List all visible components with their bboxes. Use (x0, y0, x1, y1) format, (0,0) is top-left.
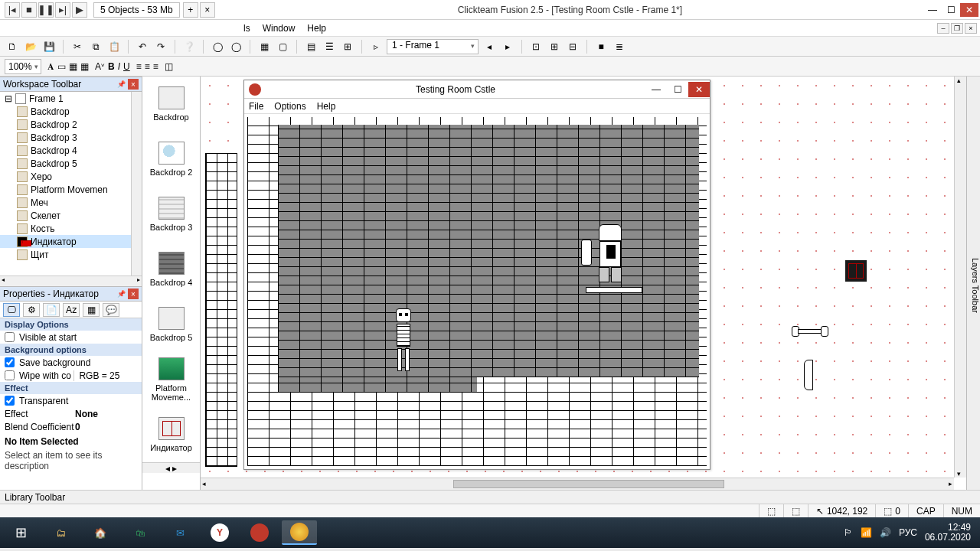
tree-item[interactable]: Platform Movemen (0, 183, 142, 196)
backdrop-side-bricks[interactable] (205, 153, 237, 467)
wipe-checkbox[interactable] (5, 370, 15, 380)
tree-item[interactable]: Xepo (0, 170, 142, 183)
grid-tool-2[interactable]: ⊞ (547, 39, 562, 54)
new-tab-button[interactable]: + (183, 2, 198, 18)
undo-button[interactable]: ↶ (135, 39, 150, 54)
taskbar-explorer[interactable]: 🗂 (43, 520, 78, 545)
tree-item[interactable]: Backdrop (0, 105, 142, 118)
save-button[interactable]: 💾 (41, 39, 57, 54)
prop-save-background[interactable]: Save background (0, 356, 142, 369)
savebg-checkbox[interactable] (5, 357, 15, 367)
taskbar-store[interactable]: 🛍 (122, 520, 158, 545)
tree-root[interactable]: ⊟Frame 1 (0, 92, 142, 105)
zoom-selector[interactable]: 100% (5, 59, 41, 74)
tree-item[interactable]: Индикатор (0, 235, 142, 248)
cut-button[interactable]: ✂ (70, 39, 85, 54)
platform-upper[interactable] (586, 287, 642, 293)
prop-visible-at-start[interactable]: Visible at start (0, 331, 142, 344)
tree-item[interactable]: Backdrop 4 (0, 144, 142, 157)
tree-item[interactable]: Backdrop 5 (0, 157, 142, 170)
object-item[interactable]: Backdrop 5 (142, 297, 200, 352)
sprite-skeleton[interactable] (393, 308, 414, 377)
tray-volume-icon[interactable]: 🔊 (880, 527, 891, 538)
tray-clock[interactable]: 12:49 06.07.2020 (925, 523, 971, 543)
game-menu-file[interactable]: File (249, 101, 263, 112)
align-right-button[interactable]: ≡ (153, 61, 158, 72)
game-close-button[interactable]: ✕ (688, 82, 710, 97)
minimize-button[interactable]: — (923, 3, 942, 17)
workspace-close-button[interactable]: × (128, 79, 139, 90)
menu-help[interactable]: Help (301, 21, 332, 35)
objects-tab[interactable]: 5 Objects - 53 Mb (93, 2, 180, 18)
sprite-shield-loose[interactable] (804, 360, 813, 390)
event-list-button[interactable]: ☰ (322, 39, 337, 54)
play-button[interactable]: ▶ (72, 2, 87, 18)
stop-button[interactable]: ■ (21, 2, 37, 18)
canvas-scrollbar-h[interactable] (201, 478, 954, 490)
new-button[interactable]: 🗋 (5, 39, 20, 54)
taskbar-fusion[interactable] (282, 520, 317, 545)
tree-item[interactable]: Backdrop 2 (0, 118, 142, 131)
objstrip-scrollbar[interactable]: ◂ ▸ (142, 462, 200, 473)
start-button[interactable]: ⊞ (3, 520, 38, 545)
prop-blend[interactable]: Blend Coefficient0 (0, 420, 142, 433)
storyboard-editor-button[interactable]: ▦ (256, 39, 272, 54)
fill-color-button[interactable]: ■ (593, 39, 609, 54)
event-diag-button[interactable]: ⊞ (340, 39, 355, 54)
sprite-indicator[interactable] (845, 260, 867, 282)
canvas-scrollbar-v[interactable] (954, 77, 966, 478)
taskbar-mail[interactable]: ✉ (162, 520, 198, 545)
prop-wipe[interactable]: Wipe with co RGB = 25 (0, 369, 142, 382)
prop-transparent[interactable]: Transparent (0, 394, 142, 407)
bold-button[interactable]: B (108, 61, 115, 72)
tray-flag-icon[interactable]: 🏳 (844, 527, 853, 538)
copy-button[interactable]: ⧉ (88, 39, 103, 54)
game-menu-options[interactable]: Options (274, 101, 305, 112)
font-tool[interactable]: 𝐀 (47, 61, 54, 72)
properties-close-button[interactable]: × (128, 289, 139, 299)
menu-window[interactable]: Window (256, 21, 302, 35)
close-tab-button[interactable]: × (200, 2, 215, 18)
tree-item[interactable]: Щит (0, 248, 142, 261)
visible-checkbox[interactable] (5, 332, 15, 342)
properties-pin-button[interactable] (116, 289, 126, 299)
mdi-restore-button[interactable]: ❐ (951, 23, 963, 34)
align-center-button[interactable]: ≡ (145, 61, 150, 72)
object-list[interactable]: BackdropBackdrop 2Backdrop 3Backdrop 4Ba… (142, 77, 201, 490)
backdrop-dark-step[interactable] (278, 377, 477, 393)
prop-tab-text[interactable]: 📄 (43, 303, 60, 317)
next-frame-button[interactable]: ▸ (500, 39, 515, 54)
backdrop-dark-bricks[interactable] (278, 125, 699, 377)
transparent-checkbox[interactable] (5, 396, 15, 406)
frame-selector[interactable]: 1 - Frame 1 (387, 39, 479, 54)
frame-editor-button[interactable]: ▢ (275, 39, 290, 54)
align-left-button[interactable]: ≡ (136, 61, 142, 72)
library-toolbar[interactable]: Library Toolbar (0, 490, 980, 504)
prop-tab-about[interactable]: 💬 (103, 303, 119, 317)
prev-frame-button[interactable]: ◂ (482, 39, 497, 54)
canvas-scroll-thumb-h[interactable] (453, 480, 724, 488)
object-item[interactable]: Backdrop (142, 77, 200, 132)
prop-effect[interactable]: EffectNone (0, 407, 142, 420)
run-app-button[interactable]: ▹ (368, 39, 384, 54)
tree-item[interactable]: Меч (0, 196, 142, 209)
italic-button[interactable]: I (118, 61, 120, 72)
taskbar-app-1[interactable] (242, 520, 277, 545)
game-window-body[interactable] (244, 114, 710, 469)
frame-editor-canvas[interactable]: Testing Room Cstle — ☐ ✕ File Options He… (201, 77, 966, 490)
event-editor-button[interactable]: ▤ (303, 39, 318, 54)
taskbar-browser[interactable]: Y (202, 520, 237, 545)
sprite-hero[interactable] (593, 224, 627, 285)
nav-back-button[interactable]: ◯ (210, 39, 225, 54)
paste-button[interactable]: 📋 (106, 39, 122, 54)
font-dropdown[interactable]: Aᵛ (95, 61, 105, 72)
grid-tool-3[interactable]: ⊟ (565, 39, 580, 54)
grid-snap-2[interactable]: ▦ (80, 61, 89, 72)
tree-item[interactable]: Скелет (0, 209, 142, 222)
object-item[interactable]: Backdrop 2 (142, 132, 200, 187)
redo-button[interactable]: ↷ (153, 39, 168, 54)
menu-item[interactable]: ls (237, 21, 256, 35)
align-tool-button[interactable]: ≣ (612, 39, 627, 54)
tree-scrollbar-h[interactable] (0, 276, 142, 286)
game-minimize-button[interactable]: — (645, 82, 667, 97)
